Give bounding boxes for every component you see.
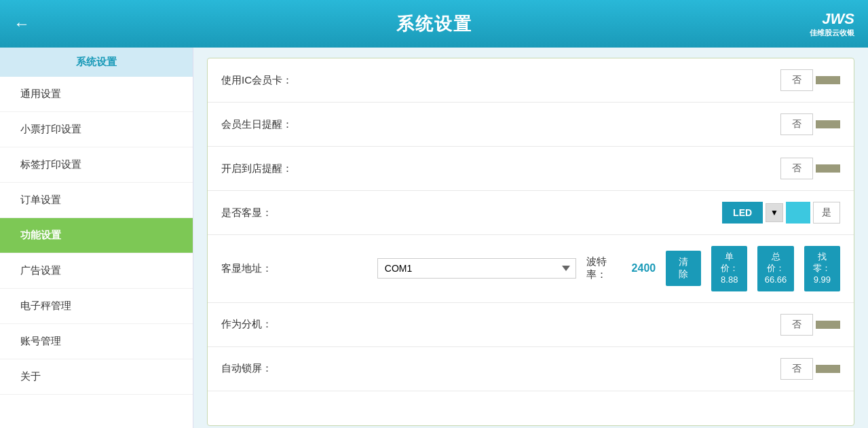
auto-lock-control: 否 — [780, 358, 840, 380]
sidebar-item-label-print[interactable]: 标签打印设置 — [0, 147, 193, 183]
birthday-row: 会员生日提醒： 否 — [208, 103, 854, 147]
main-content: 使用IC会员卡： 否 会员生日提醒： 否 开启到店提醒： 否 — [193, 48, 868, 428]
sidebar-section-title: 系统设置 — [0, 48, 193, 77]
birthday-no-button[interactable]: 否 — [780, 113, 813, 135]
store-arrive-row: 开启到店提醒： 否 — [208, 147, 854, 191]
led-dropdown-arrow[interactable]: ▼ — [766, 203, 783, 222]
sidebar-item-general[interactable]: 通用设置 — [0, 77, 193, 112]
ic-card-control: 否 — [780, 69, 840, 91]
ic-card-label: 使用IC会员卡： — [221, 74, 780, 87]
sidebar-item-order[interactable]: 订单设置 — [0, 183, 193, 218]
sidebar: 系统设置 通用设置 小票打印设置 标签打印设置 订单设置 功能设置 广告设置 电… — [0, 48, 193, 428]
customer-display-label: 是否客显： — [221, 207, 722, 219]
sidebar-item-account[interactable]: 账号管理 — [0, 324, 193, 359]
settings-panel: 使用IC会员卡： 否 会员生日提醒： 否 开启到店提醒： 否 — [207, 58, 854, 426]
ic-card-no-button[interactable]: 否 — [780, 69, 813, 91]
extension-control: 否 — [780, 314, 840, 336]
logo-main-text: JWS — [810, 10, 854, 28]
extension-toggle-button[interactable] — [816, 321, 840, 329]
sidebar-item-function[interactable]: 功能设置 — [0, 218, 193, 253]
led-select-button[interactable]: LED — [722, 202, 763, 224]
clear-button[interactable]: 清除 — [666, 251, 701, 286]
main-layout: 系统设置 通用设置 小票打印设置 标签打印设置 订单设置 功能设置 广告设置 电… — [0, 48, 868, 428]
empty-row — [208, 391, 854, 425]
store-arrive-toggle-button[interactable] — [816, 164, 840, 173]
com-address-control: COM1 COM2 COM3 COM4 波特率： 2400 清除 单价：8.88… — [377, 246, 840, 291]
sidebar-item-scale[interactable]: 电子秤管理 — [0, 289, 193, 324]
customer-display-row: 是否客显： LED ▼ 是 — [208, 191, 854, 235]
total-price-button[interactable]: 总价：66.66 — [757, 246, 793, 291]
baud-rate-value: 2400 — [632, 262, 656, 274]
back-icon: ← — [14, 14, 30, 33]
back-button[interactable]: ← — [14, 14, 30, 33]
page-title: 系统设置 — [396, 12, 472, 36]
auto-lock-row: 自动锁屏： 否 — [208, 347, 854, 391]
change-button[interactable]: 找零：9.99 — [804, 246, 840, 291]
birthday-toggle-button[interactable] — [816, 120, 840, 128]
store-arrive-label: 开启到店提醒： — [221, 162, 780, 175]
birthday-label: 会员生日提醒： — [221, 118, 780, 131]
com-address-row: 客显地址： COM1 COM2 COM3 COM4 波特率： 2400 清除 单… — [208, 235, 854, 303]
extension-label: 作为分机： — [221, 318, 780, 331]
customer-display-control: LED ▼ 是 — [722, 202, 840, 224]
auto-lock-no-button[interactable]: 否 — [780, 358, 813, 380]
com-address-select[interactable]: COM1 COM2 COM3 COM4 — [377, 258, 577, 279]
auto-lock-label: 自动锁屏： — [221, 362, 780, 375]
birthday-control: 否 — [780, 113, 840, 135]
logo: JWS 佳维股云收银 — [810, 10, 854, 37]
customer-display-yes-button[interactable]: 是 — [813, 202, 840, 224]
sidebar-item-ad[interactable]: 广告设置 — [0, 253, 193, 289]
customer-display-cyan-toggle[interactable] — [786, 202, 810, 224]
logo-sub-text: 佳维股云收银 — [810, 29, 854, 37]
extension-row: 作为分机： 否 — [208, 303, 854, 347]
store-arrive-no-button[interactable]: 否 — [780, 158, 813, 179]
store-arrive-control: 否 — [780, 158, 840, 179]
unit-price-button[interactable]: 单价：8.88 — [711, 246, 747, 291]
sidebar-item-about[interactable]: 关于 — [0, 359, 193, 395]
com-address-label: 客显地址： — [221, 262, 377, 275]
ic-card-toggle-button[interactable] — [816, 76, 840, 84]
sidebar-item-receipt-print[interactable]: 小票打印设置 — [0, 112, 193, 147]
baud-rate-label: 波特率： — [586, 255, 621, 281]
header: ← 系统设置 JWS 佳维股云收银 — [0, 0, 868, 48]
extension-no-button[interactable]: 否 — [780, 314, 813, 336]
auto-lock-toggle-button[interactable] — [816, 365, 840, 373]
ic-card-row: 使用IC会员卡： 否 — [208, 58, 854, 103]
